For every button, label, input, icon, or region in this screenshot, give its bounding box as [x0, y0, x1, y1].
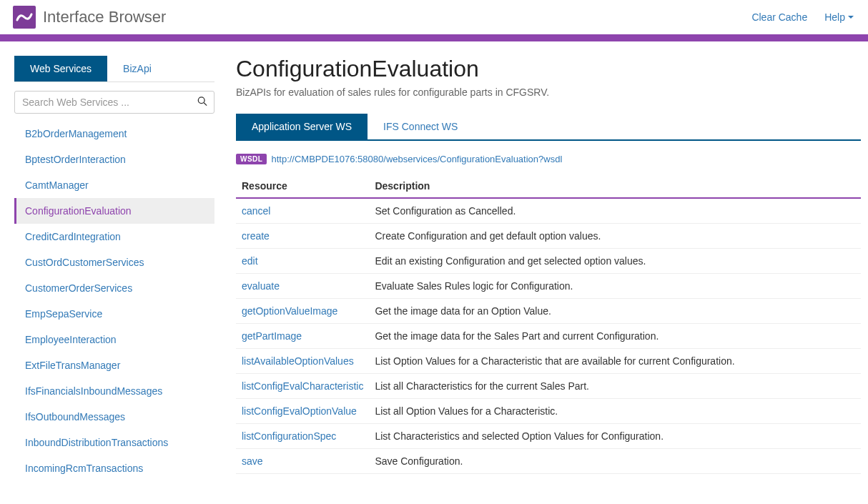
sidebar-item[interactable]: ExtFileTransManager [14, 352, 214, 378]
table-row: listConfigEvalCharacteristicList all Cha… [236, 374, 861, 399]
chevron-down-icon [848, 16, 854, 19]
clear-cache-link[interactable]: Clear Cache [751, 11, 807, 23]
sidebar-item[interactable]: CreditCardIntegration [14, 224, 214, 249]
resource-link[interactable]: cancel [242, 205, 270, 217]
resource-link[interactable]: listAvailableOptionValues [242, 355, 354, 367]
table-row: evaluateEvaluate Sales Rules logic for C… [236, 274, 861, 299]
table-row: listAvailableOptionValuesList Option Val… [236, 349, 861, 374]
table-row: getPartImageGet the image data for the S… [236, 324, 861, 349]
resource-table: Resource Description cancelSet Configura… [236, 174, 861, 474]
sidebar-item[interactable]: BptestOrderInteraction [14, 147, 214, 172]
table-header-description: Description [369, 174, 861, 198]
search-input[interactable] [14, 91, 214, 114]
app-title: Interface Browser [43, 8, 166, 26]
sidebar-item[interactable]: IncomingRcmTransactions [14, 455, 214, 481]
resource-link[interactable]: save [242, 455, 263, 467]
sidebar-item[interactable]: ConfigurationEvaluation [14, 198, 214, 224]
sidebar-tab[interactable]: BizApi [107, 56, 167, 81]
sidebar-item[interactable]: CamtManager [14, 172, 214, 198]
table-row: getOptionValueImageGet the image data fo… [236, 299, 861, 324]
table-header-resource: Resource [236, 174, 369, 198]
sidebar-item[interactable]: IfsFinancialsInboundMessages [14, 378, 214, 404]
wsdl-badge: WSDL [236, 154, 267, 164]
sidebar-item[interactable]: B2bOrderManagement [14, 121, 214, 147]
resource-link[interactable]: evaluate [242, 280, 280, 292]
resource-description: List Characteristics and selected Option… [369, 424, 861, 449]
resource-link[interactable]: edit [242, 255, 258, 267]
sidebar-item[interactable]: InboundDistributionTransactions [14, 430, 214, 455]
logo-icon [13, 6, 36, 29]
resource-description: List Option Values for a Characteristic … [369, 349, 861, 374]
sidebar-item[interactable]: EmpSepaService [14, 301, 214, 327]
top-bar: Interface Browser Clear Cache Help [0, 0, 868, 34]
table-row: createCreate Configuration and get defau… [236, 224, 861, 249]
resource-description: Get the image data for an Option Value. [369, 299, 861, 324]
sidebar-item[interactable]: IfsOutboundMessages [14, 404, 214, 430]
content-tabs: Application Server WSIFS Connect WS [236, 114, 861, 141]
table-row: cancelSet Configuration as Cancelled. [236, 198, 861, 224]
resource-description: Evaluate Sales Rules logic for Configura… [369, 274, 861, 299]
table-row: listConfigurationSpecList Characteristic… [236, 424, 861, 449]
sidebar: Web ServicesBizApi B2bOrderManagementBpt… [14, 56, 214, 481]
content-tab[interactable]: Application Server WS [236, 114, 368, 139]
brand: Interface Browser [13, 6, 166, 29]
resource-description: Set Configuration as Cancelled. [369, 198, 861, 224]
main-content: ConfigurationEvaluation BizAPIs for eval… [236, 56, 861, 481]
table-row: editEdit an existing Configuration and g… [236, 249, 861, 274]
wsdl-row: WSDL http://CMBPDE1076:58080/webservices… [236, 154, 861, 164]
resource-description: List all Characteristics for the current… [369, 374, 861, 399]
resource-link[interactable]: listConfigurationSpec [242, 430, 336, 442]
page-description: BizAPIs for evaluation of sales rules fo… [236, 87, 861, 98]
sidebar-tab[interactable]: Web Services [14, 56, 107, 81]
resource-description: Create Configuration and get default opt… [369, 224, 861, 249]
wsdl-link[interactable]: http://CMBPDE1076:58080/webservices/Conf… [271, 154, 562, 164]
accent-strip [0, 34, 868, 41]
table-row: listConfigEvalOptionValueList all Option… [236, 399, 861, 424]
resource-link[interactable]: getOptionValueImage [242, 305, 337, 317]
search-wrap [14, 91, 214, 114]
resource-description: List all Option Values for a Characteris… [369, 399, 861, 424]
resource-description: Edit an existing Configuration and get s… [369, 249, 861, 274]
help-label: Help [824, 11, 845, 23]
sidebar-tabs: Web ServicesBizApi [14, 56, 214, 82]
resource-description: Save Configuration. [369, 449, 861, 474]
table-row: saveSave Configuration. [236, 449, 861, 474]
sidebar-item[interactable]: CustOrdCustomerServices [14, 249, 214, 275]
sidebar-item[interactable]: EmployeeInteraction [14, 327, 214, 352]
resource-link[interactable]: listConfigEvalCharacteristic [242, 380, 363, 392]
service-list: B2bOrderManagementBptestOrderInteraction… [14, 121, 214, 481]
resource-description: Get the image data for the Sales Part an… [369, 324, 861, 349]
resource-link[interactable]: listConfigEvalOptionValue [242, 405, 357, 417]
help-dropdown[interactable]: Help [824, 11, 854, 23]
page-title: ConfigurationEvaluation [236, 56, 861, 82]
sidebar-item[interactable]: CustomerOrderServices [14, 275, 214, 301]
resource-link[interactable]: create [242, 230, 270, 242]
content-tab[interactable]: IFS Connect WS [368, 114, 473, 139]
top-links: Clear Cache Help [751, 11, 854, 23]
resource-link[interactable]: getPartImage [242, 330, 302, 342]
